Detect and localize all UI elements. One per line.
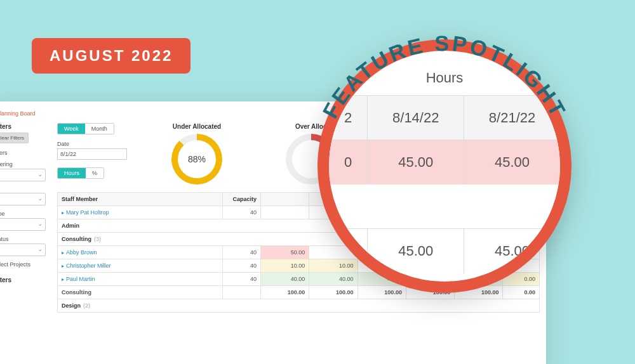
magnifier: Hours 2 8/14/22 8/21/22 0 45.00 45.00 45…	[318, 39, 572, 293]
select-2[interactable]	[0, 193, 46, 205]
filters-title: Filters	[0, 123, 46, 130]
sidebar-label-status: Status	[0, 236, 46, 242]
type-select[interactable]	[0, 218, 46, 231]
staff-link[interactable]: Paul Martin	[66, 276, 95, 282]
chevron-right-icon: ▸	[62, 263, 64, 269]
staff-link[interactable]: Christopher Miller	[66, 263, 111, 269]
staff-link[interactable]: Abby Brown	[66, 249, 97, 256]
percent-option[interactable]: %	[86, 168, 104, 178]
sidebar-label-footer: Filters	[0, 276, 46, 283]
chevron-right-icon: ▸	[62, 250, 64, 256]
capacity-cell: 40	[223, 206, 261, 219]
date-badge: AUGUST 2022	[32, 38, 190, 74]
under-allocated-block: Under Allocated 88%	[152, 123, 241, 185]
period-toggle[interactable]: Week Month	[57, 123, 114, 134]
date-input[interactable]	[57, 148, 127, 160]
chevron-right-icon: ▸	[62, 276, 64, 282]
mag-header-row: 2 8/14/22 8/21/22	[329, 95, 560, 140]
mag-cell: 45.00	[367, 140, 464, 185]
clear-filters-button[interactable]: Clear Filters	[0, 133, 29, 143]
staff-link[interactable]: Mary Pat Holtrop	[66, 209, 109, 216]
sidebar-label-projects: Select Projects	[0, 261, 46, 268]
col-capacity: Capacity	[223, 193, 261, 206]
mag-col-partial: 2	[329, 96, 367, 140]
under-allocated-value: 88%	[188, 154, 206, 164]
col-staff: Staff Member	[58, 193, 223, 206]
hours-option[interactable]: Hours	[58, 168, 86, 178]
offering-select[interactable]	[0, 169, 46, 181]
month-option[interactable]: Month	[85, 124, 114, 134]
mag-cell: 45.00	[367, 229, 464, 273]
status-select[interactable]	[0, 244, 46, 256]
sidebar-label-type: Type	[0, 211, 46, 217]
sidebar: Filters Clear Filters Users Offering Typ…	[0, 120, 51, 291]
mag-cell: 0	[329, 140, 367, 185]
date-label: Date	[57, 141, 127, 147]
group-design[interactable]: Design(2)	[58, 299, 540, 313]
mag-cell: 45.00	[464, 140, 560, 185]
mag-col-date1: 8/14/22	[367, 96, 464, 140]
sidebar-label-users: Users	[0, 150, 46, 156]
mag-col-date2: 8/21/22	[464, 96, 560, 140]
sidebar-label-offering: Offering	[0, 161, 46, 167]
week-option[interactable]: Week	[58, 124, 85, 134]
mag-data-row: 0 45.00 45.00	[329, 140, 560, 185]
under-allocated-title: Under Allocated	[152, 123, 241, 130]
under-allocated-donut: 88%	[171, 134, 222, 185]
controls-left: Week Month Date Hours %	[57, 123, 127, 179]
chevron-right-icon: ▸	[62, 210, 64, 216]
mag-hours-label: Hours	[329, 70, 560, 86]
units-toggle[interactable]: Hours %	[57, 167, 104, 179]
